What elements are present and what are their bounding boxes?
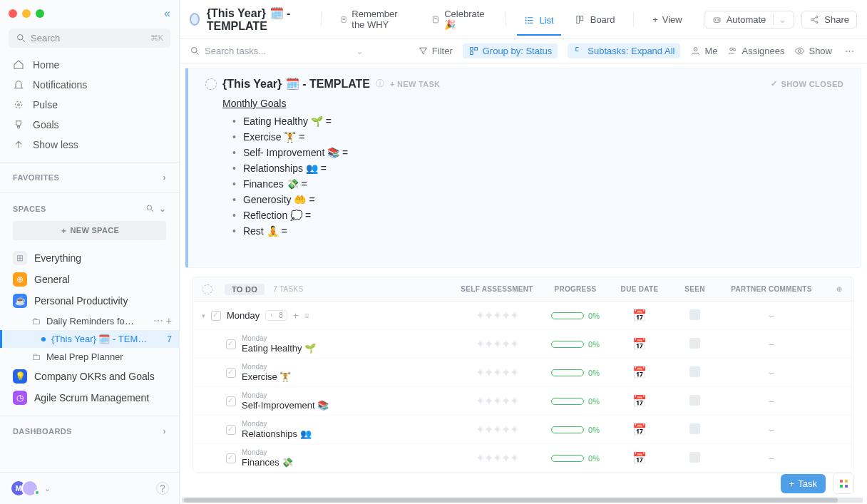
more-icon[interactable]: ⋯ (153, 315, 163, 326)
nav-home[interactable]: Home (0, 55, 179, 75)
table-row[interactable]: MondayExercise 🏋️✦✦✦✦✦0%📅– (193, 359, 853, 387)
col-due[interactable]: DUE DATE (607, 285, 672, 293)
calendar-icon[interactable]: 📅 (632, 309, 647, 322)
assignees-button[interactable]: Assignees (727, 46, 784, 56)
expand-icon[interactable]: ▾ (202, 312, 205, 319)
checkbox-icon[interactable] (226, 396, 236, 406)
status-empty-icon[interactable] (205, 78, 217, 90)
nav-pulse[interactable]: Pulse (0, 95, 179, 115)
rating-stars[interactable]: ✦✦✦✦✦ (451, 394, 543, 408)
partner-cell[interactable]: – (718, 453, 825, 463)
chevron-down-icon[interactable]: ⌄ (44, 484, 51, 493)
col-self[interactable]: SELF ASSESSMENT (451, 285, 543, 293)
sidebar-everything[interactable]: ⊞Everything (0, 247, 179, 269)
automate-button[interactable]: Automate⌄ (704, 11, 795, 29)
partner-cell[interactable]: – (718, 339, 825, 349)
progress-cell[interactable]: 0% (543, 369, 607, 377)
seen-checkbox[interactable] (689, 423, 700, 434)
progress-cell[interactable]: 0% (543, 340, 607, 349)
collapse-sidebar-icon[interactable]: « (164, 7, 170, 20)
partner-cell[interactable]: – (718, 396, 825, 406)
sidebar-meal-prep[interactable]: 🗀Meal Prep Planner (0, 348, 179, 366)
doc-remember-why[interactable]: Remember the WHY (333, 6, 417, 33)
seen-checkbox[interactable] (689, 309, 700, 320)
info-icon[interactable]: ⓘ (376, 78, 384, 90)
more-options-icon[interactable]: ⋯ (842, 44, 857, 58)
rating-stars[interactable]: ✦✦✦✦✦ (451, 366, 543, 379)
subtasks-button[interactable]: Subtasks: Expand All (568, 43, 680, 58)
checkbox-icon[interactable] (226, 339, 236, 349)
horizontal-scrollbar[interactable] (182, 498, 863, 503)
rating-stars[interactable]: ✦✦✦✦✦ (451, 337, 543, 351)
add-column-icon[interactable]: ⊕ (825, 285, 853, 293)
sidebar-daily-reminders[interactable]: 🗀Daily Reminders fo…⋯+ (0, 312, 179, 330)
calendar-icon[interactable]: 📅 (632, 395, 647, 407)
calendar-icon[interactable]: 📅 (632, 338, 647, 350)
maximize-window-icon[interactable] (36, 9, 44, 18)
rating-stars[interactable]: ✦✦✦✦✦ (451, 309, 543, 322)
partner-cell[interactable]: – (718, 367, 825, 378)
table-row[interactable]: MondayEating Healthy 🌱✦✦✦✦✦0%📅– (193, 330, 853, 359)
view-list[interactable]: List (517, 12, 560, 36)
checkbox-icon[interactable] (226, 425, 236, 435)
checkbox-icon[interactable] (211, 311, 221, 321)
task-search[interactable]: Search tasks...⌄ (190, 46, 364, 56)
chevron-down-icon[interactable]: ⌄ (159, 204, 166, 214)
chevron-down-icon[interactable]: ⌄ (356, 46, 364, 56)
close-window-icon[interactable] (9, 9, 17, 18)
seen-checkbox[interactable] (689, 366, 700, 377)
new-task-fab[interactable]: +Task (781, 474, 826, 493)
favorites-header[interactable]: FAVORITES› (0, 170, 179, 185)
sidebar-personal-productivity[interactable]: ☕Personal Productivity (0, 290, 179, 312)
checkbox-icon[interactable] (226, 368, 236, 378)
seen-checkbox[interactable] (689, 395, 700, 406)
dashboards-header[interactable]: DASHBOARDS› (0, 423, 179, 439)
plus-icon[interactable]: + (166, 315, 172, 326)
calendar-icon[interactable]: 📅 (632, 423, 647, 436)
calendar-icon[interactable]: 📅 (632, 452, 647, 464)
status-label[interactable]: TO DO (225, 284, 265, 295)
app-switcher[interactable] (833, 473, 854, 494)
sidebar-this-year[interactable]: {This Year} 🗓️ - TEM…7 (0, 330, 179, 348)
rating-stars[interactable]: ✦✦✦✦✦ (451, 451, 543, 465)
sidebar-search[interactable]: Search ⌘K (9, 29, 170, 48)
description-icon[interactable]: ≡ (304, 311, 309, 321)
table-row[interactable]: MondayFinances 💸✦✦✦✦✦0%📅– (193, 444, 853, 473)
show-button[interactable]: Show (794, 46, 832, 56)
sidebar-agile[interactable]: ◷Agile Scrum Management (0, 387, 179, 408)
table-row-parent[interactable]: ▾ Monday 8 + ≡ ✦✦✦✦✦ 0% 📅 – (193, 302, 853, 330)
progress-cell[interactable]: 0% (543, 397, 607, 406)
partner-cell[interactable]: – (718, 424, 825, 435)
show-closed-button[interactable]: ✓SHOW CLOSED (771, 79, 843, 88)
nav-showless[interactable]: Show less (0, 135, 179, 155)
me-button[interactable]: Me (690, 46, 717, 56)
search-small-icon[interactable] (145, 203, 155, 214)
doc-celebrate[interactable]: Celebrate 🎉 (424, 6, 493, 33)
calendar-icon[interactable]: 📅 (632, 366, 647, 379)
status-group-icon[interactable] (202, 284, 212, 294)
progress-cell[interactable]: 0% (543, 312, 607, 320)
description-body[interactable]: Monthly Goals Eating Healthy 🌱 =Exercise… (222, 98, 843, 239)
nav-notifications[interactable]: Notifications (0, 75, 179, 95)
progress-cell[interactable]: 0% (543, 454, 607, 463)
help-icon[interactable]: ? (156, 482, 169, 495)
subtask-count[interactable]: 8 (265, 310, 287, 321)
minimize-window-icon[interactable] (22, 9, 31, 18)
col-seen[interactable]: SEEN (672, 285, 718, 293)
progress-cell[interactable]: 0% (543, 426, 607, 434)
share-button[interactable]: Share (801, 11, 857, 29)
sidebar-general[interactable]: ⊕General (0, 269, 179, 290)
new-space-button[interactable]: ＋ NEW SPACE (13, 221, 166, 240)
new-task-button[interactable]: + NEW TASK (390, 80, 440, 88)
col-progress[interactable]: PROGRESS (543, 285, 607, 293)
user-avatars[interactable]: M (10, 480, 40, 497)
checkbox-icon[interactable] (226, 453, 236, 463)
filter-button[interactable]: Filter (418, 46, 453, 56)
group-by-button[interactable]: Group by: Status (463, 43, 558, 58)
table-row[interactable]: MondaySelf-Improvement 📚✦✦✦✦✦0%📅– (193, 387, 853, 416)
add-subtask-icon[interactable]: + (293, 310, 299, 321)
partner-cell[interactable]: – (718, 310, 825, 321)
spaces-header[interactable]: SPACES⌄ (0, 200, 179, 217)
table-row[interactable]: MondayRelationships 👥✦✦✦✦✦0%📅– (193, 416, 853, 444)
chevron-down-icon[interactable]: ⌄ (773, 14, 786, 25)
